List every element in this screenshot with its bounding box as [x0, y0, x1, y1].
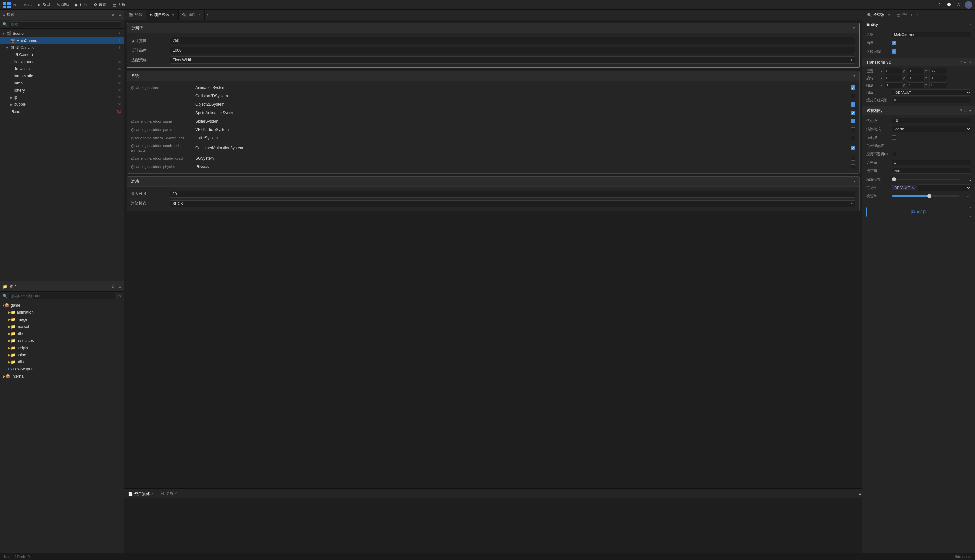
pos-y-input[interactable] — [907, 68, 925, 74]
far-plane-input[interactable] — [892, 168, 971, 174]
system-section-header[interactable]: 系统 ▾ — [127, 71, 859, 81]
asset-preview-close-btn[interactable]: ✕ — [151, 492, 154, 496]
hierarchy-close-btn[interactable]: ✕ — [111, 12, 115, 17]
tree-item-ip[interactable]: ▶ ip 👁 — [0, 94, 124, 101]
resolution-section-header[interactable]: 分辨率 ▾ — [127, 23, 859, 33]
scale-z-input[interactable] — [929, 82, 947, 88]
asset-item-resources[interactable]: ▶📁 resources — [0, 337, 124, 344]
design-width-input[interactable] — [170, 37, 855, 44]
asset-item-utils[interactable]: ▶📁 utils — [0, 358, 124, 366]
tree-item-lamp[interactable]: lamp 👁 — [0, 80, 124, 87]
checkbox-object2d[interactable]: ✓ — [851, 102, 855, 107]
tab-project-settings[interactable]: ⚙ 项目设置 ✕ — [146, 10, 178, 20]
project-settings-close-btn[interactable]: ✕ — [171, 13, 175, 17]
asset-item-image[interactable]: ▶📁 image — [0, 316, 124, 323]
rot-x-input[interactable] — [885, 75, 902, 81]
chat-icon[interactable]: 💬 — [945, 1, 952, 8]
game-section-header[interactable]: 游戏 ▾ — [127, 177, 859, 187]
eye-icon-lamp-static[interactable]: 👁 — [118, 74, 121, 78]
max-fps-input[interactable] — [170, 190, 855, 198]
camera-more-icon[interactable]: ··· — [964, 108, 967, 113]
apply-transparent-rt-checkbox[interactable] — [892, 152, 896, 157]
right-tab-inspector[interactable]: 🔍 检查器 ✕ — [864, 10, 893, 20]
inspector-close-btn[interactable]: ✕ — [887, 13, 890, 17]
asset-item-scripts[interactable]: ▶📁 scripts — [0, 344, 124, 352]
eye-icon-lamp[interactable]: 👁 — [118, 81, 121, 85]
tree-item-lamp-static[interactable]: lamp-static 👁 — [0, 73, 124, 80]
visibility-tag-remove-btn[interactable]: ✕ — [912, 186, 914, 190]
rot-z-input[interactable] — [929, 75, 947, 81]
eye-icon-ui-canvas[interactable]: 👁 — [118, 46, 121, 50]
priority-input[interactable] — [892, 118, 971, 123]
eye-icon-background[interactable]: 👁 — [118, 60, 121, 64]
components-close-btn[interactable]: ✕ — [916, 13, 918, 17]
entity-name-input[interactable] — [892, 32, 971, 37]
asset-item-internal[interactable]: ▶📦 internal — [0, 373, 124, 380]
render-mode-select[interactable]: SPCB — [170, 200, 855, 207]
menu-run[interactable]: ▶ 运行 — [73, 1, 90, 8]
menu-edit[interactable]: ✎ 编辑 — [54, 1, 72, 8]
menu-settings[interactable]: ⚙ 设置 — [91, 1, 109, 8]
menu-project[interactable]: ⊞ 项目 — [35, 1, 53, 8]
checkbox-spine[interactable]: ✓ — [851, 119, 855, 123]
checkbox-animation[interactable]: ✓ — [851, 85, 855, 90]
eye-icon-scene[interactable]: 👁 — [118, 32, 121, 35]
design-height-input[interactable] — [170, 47, 855, 54]
tree-item-fireworks[interactable]: fireworks 👁 — [0, 65, 124, 73]
camera-header[interactable]: 透视相机 ? ··· ▾ — [862, 107, 975, 115]
eye-icon-ip[interactable]: 👁 — [118, 95, 121, 99]
entity-raycast-checkbox[interactable]: ✓ — [892, 49, 896, 53]
tree-item-lottery[interactable]: lottery 👁 — [0, 87, 124, 94]
checkbox-collision[interactable] — [851, 94, 855, 98]
tree-item-main-camera[interactable]: 📷 MainCamera 👁 — [0, 37, 124, 44]
menu-panel[interactable]: ▤ 面板 — [110, 1, 128, 8]
bottom-tab-animation[interactable]: 🎞 动画 ✕ — [158, 489, 180, 498]
checkbox-combined[interactable]: ✓ — [851, 146, 855, 150]
asset-item-new-script[interactable]: TS newScript.ts — [0, 366, 124, 373]
render-group-input[interactable] — [892, 97, 971, 103]
assets-close-btn[interactable]: ✕ — [111, 284, 115, 289]
bottom-tab-menu-btn[interactable]: ≡ — [858, 491, 861, 496]
eye-icon-lottery[interactable]: 👁 — [118, 88, 121, 92]
asset-item-game[interactable]: ▾📦 game — [0, 302, 124, 309]
camera-collapse-icon[interactable]: ▾ — [969, 108, 971, 113]
hierarchy-menu-btn[interactable]: ≡ — [119, 13, 121, 17]
eye-icon-bubble[interactable]: 👁 — [118, 103, 121, 107]
tree-item-ui-camera[interactable]: UI Camera — [0, 51, 124, 58]
fit-strategy-select[interactable]: FixedWidth FixedHeight ShowAll NoBorder — [170, 57, 855, 63]
camera-help-icon[interactable]: ? — [960, 108, 962, 113]
transform-header[interactable]: Transform 3D ? ··· ▾ — [862, 58, 975, 66]
bottom-tab-asset-preview[interactable]: 📄 资产预览 ✕ — [125, 489, 157, 498]
checkbox-lottie[interactable] — [851, 136, 855, 140]
scale-y-input[interactable] — [907, 82, 925, 88]
eye-icon-plane[interactable]: 🚫 — [117, 110, 121, 114]
asset-item-mascot[interactable]: ▶📁 mascot — [0, 323, 124, 330]
pos-z-input[interactable] — [929, 68, 947, 74]
pos-x-input[interactable] — [885, 68, 902, 74]
assets-refresh-icon[interactable]: ↻ — [118, 294, 121, 298]
layer-select[interactable]: DEFAULT — [892, 89, 971, 96]
user-avatar[interactable]: 👤 — [965, 1, 972, 9]
transform-help-icon[interactable]: ? — [960, 60, 962, 65]
clear-mode-select[interactable]: depth — [892, 126, 971, 132]
tree-item-ui-canvas[interactable]: ▾ 🖼 UI Canvas 👁 — [0, 44, 124, 51]
visibility-select[interactable] — [918, 184, 971, 191]
tab-arrow-btn[interactable]: › — [205, 10, 210, 20]
tree-item-plane[interactable]: Plane 🚫 — [0, 108, 124, 115]
animation-close-btn[interactable]: ✕ — [175, 491, 177, 495]
rot-y-input[interactable] — [907, 75, 925, 81]
checkbox-physics[interactable] — [851, 164, 855, 169]
checkbox-sprite[interactable]: ✓ — [851, 111, 855, 115]
plugins-close-btn[interactable]: ✕ — [197, 12, 201, 17]
tree-item-background[interactable]: background 👁 — [0, 58, 124, 65]
checkbox-sg[interactable] — [851, 156, 855, 160]
eye-icon-fireworks[interactable]: 👁 — [118, 67, 121, 71]
fov-multiplier-thumb[interactable] — [892, 177, 896, 181]
entity-active-checkbox[interactable]: ✓ — [892, 41, 896, 45]
asset-item-animation[interactable]: ▶📁 animation — [0, 309, 124, 316]
assets-menu-btn[interactable]: ≡ — [119, 284, 121, 289]
scale-x-input[interactable] — [885, 82, 902, 88]
right-tab-components[interactable]: ▤ 控件库 ✕ — [893, 10, 922, 20]
tab-plugins[interactable]: 🔌 插件 ✕ — [178, 10, 205, 20]
add-post-process-btn[interactable]: + — [968, 143, 971, 148]
